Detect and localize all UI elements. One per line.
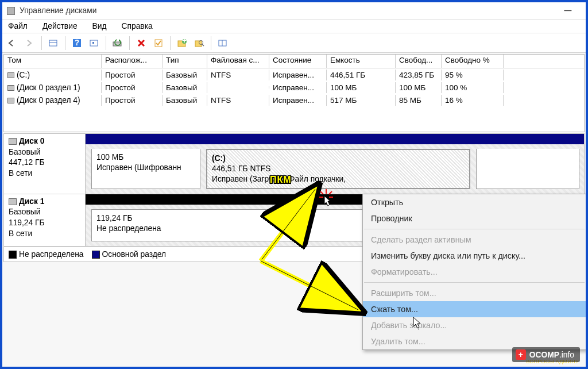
menu-file[interactable]: Файл [6, 21, 30, 32]
partition-block-c[interactable]: (C:) 446,51 ГБ NTFS Исправен (Загрузка, … [206, 149, 470, 189]
svg-rect-5 [92, 42, 94, 44]
watermark-plus-icon: + [516, 349, 526, 360]
svg-text:+: + [182, 39, 187, 45]
disk-info[interactable]: Диск 0 Базовый 447,12 ГБ В сети [4, 134, 86, 194]
properties-icon[interactable] [86, 36, 102, 51]
svg-line-13 [202, 44, 204, 46]
forward-icon[interactable] [22, 36, 38, 51]
search-icon[interactable] [191, 36, 207, 51]
ctx-shrink-volume[interactable]: Сжать том... [363, 301, 586, 317]
toolbar: ? + [2, 33, 586, 53]
disk-icon [9, 138, 17, 145]
col-layout[interactable]: Располож... [102, 55, 163, 68]
volume-list: Том Располож... Тип Файловая с... Состоя… [3, 54, 585, 132]
back-icon[interactable] [5, 36, 21, 51]
context-menu: Открыть Проводник Сделать раздел активны… [362, 194, 586, 350]
partition-strip [86, 134, 584, 144]
volume-name: (Диск 0 раздел 1) [17, 83, 80, 92]
volume-row[interactable]: (C:) Простой Базовый NTFS Исправен... 44… [4, 68, 584, 81]
refresh-icon[interactable] [110, 36, 126, 51]
col-volume[interactable]: Том [4, 55, 102, 68]
menu-help[interactable]: Справка [119, 21, 155, 32]
volume-icon [7, 98, 14, 103]
ctx-change-letter[interactable]: Изменить букву диска или путь к диску... [363, 248, 586, 264]
app-icon [7, 7, 15, 15]
ctx-format: Форматировать... [363, 264, 586, 280]
legend-swatch-unallocated [9, 251, 17, 259]
title-bar: Управление дисками ─ [2, 2, 586, 20]
ctx-make-active: Сделать раздел активным [363, 232, 586, 248]
disk-row-0: Диск 0 Базовый 447,12 ГБ В сети 100 МБ И… [4, 134, 584, 194]
menu-bar: Файл Действие Вид Справка [2, 20, 586, 33]
col-status[interactable]: Состояние [269, 55, 327, 68]
volume-name: (Диск 0 раздел 4) [17, 96, 80, 105]
cursor-icon [318, 189, 334, 209]
volume-list-header: Том Располож... Тип Файловая с... Состоя… [4, 55, 584, 68]
svg-line-18 [329, 191, 332, 194]
window-title: Управление дисками [20, 6, 555, 15]
svg-rect-0 [49, 40, 57, 46]
minimize-button[interactable]: ─ [555, 2, 581, 19]
col-type[interactable]: Тип [163, 55, 207, 68]
ctx-extend-volume: Расширить том... [363, 285, 586, 301]
ctx-open[interactable]: Открыть [363, 194, 586, 210]
legend-swatch-primary [92, 251, 100, 259]
svg-rect-11 [195, 41, 202, 47]
volume-row[interactable]: (Диск 0 раздел 1) Простой Базовый Исправ… [4, 81, 584, 94]
svg-text:?: ? [75, 39, 79, 47]
delete-icon[interactable] [133, 36, 149, 51]
ctx-add-mirror: Добавить зеркало... [363, 317, 586, 333]
col-filesystem[interactable]: Файловая с... [207, 55, 269, 68]
col-free-pct[interactable]: Свободно % [442, 55, 504, 68]
list-icon[interactable] [45, 36, 61, 51]
svg-line-17 [320, 191, 323, 194]
checkbox-icon[interactable] [150, 36, 167, 51]
col-capacity[interactable]: Емкость [327, 55, 396, 68]
volume-icon [7, 72, 14, 78]
view-mode-icon[interactable] [215, 36, 231, 51]
annotation-pkm-label: ПКМ [270, 175, 292, 185]
volume-row[interactable]: (Диск 0 раздел 4) Простой Базовый NTFS И… [4, 94, 584, 106]
menu-view[interactable]: Вид [90, 21, 109, 32]
disk-icon [9, 198, 17, 205]
new-folder-icon[interactable]: + [174, 36, 190, 51]
help-icon[interactable]: ? [69, 36, 85, 51]
volume-icon [7, 85, 14, 91]
disk-info[interactable]: Диск 1 Базовый 119,24 ГБ В сети [4, 194, 86, 246]
watermark: + OCOMP.info [512, 347, 580, 362]
partition-block[interactable] [476, 149, 579, 189]
menu-action[interactable]: Действие [40, 21, 80, 32]
cursor-icon [412, 316, 423, 330]
volume-name: (C:) [17, 71, 30, 79]
partition-block[interactable]: 100 МБ Исправен (Шифрованн [91, 149, 200, 189]
col-free[interactable]: Свобод... [396, 55, 442, 68]
ctx-explorer[interactable]: Проводник [363, 210, 586, 226]
